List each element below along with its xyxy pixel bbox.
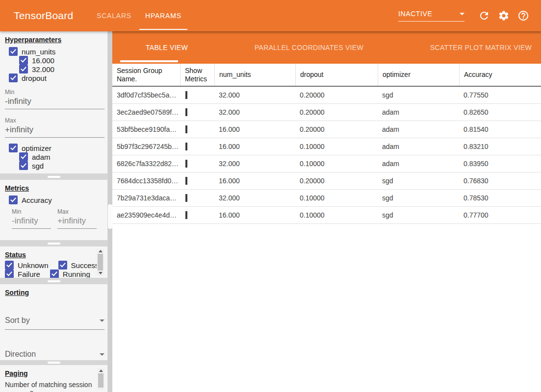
num-units-checkbox[interactable] (9, 47, 18, 56)
sort-by-label: Sort by (5, 316, 30, 325)
tab-table-view[interactable]: TABLE VIEW (112, 31, 221, 64)
optimizer-value-row: adam (15, 152, 104, 161)
optimizer-cell: adam (378, 160, 459, 168)
num-units-label: num_units (22, 48, 55, 56)
tab-scalars[interactable]: SCALARS (90, 0, 138, 31)
status-unknown-checkbox[interactable] (5, 261, 14, 270)
tab-hparams[interactable]: HPARAMS (138, 0, 188, 31)
show-metrics-checkbox[interactable] (185, 194, 187, 202)
optimizer-sgd-label: sgd (32, 162, 44, 170)
pane-resize-handle[interactable] (48, 362, 60, 364)
sidebar-scrollbar[interactable] (108, 31, 112, 392)
refresh-icon (478, 10, 490, 22)
num-units-32-checkbox[interactable] (19, 65, 28, 74)
show-metrics-checkbox[interactable] (185, 108, 187, 116)
optimizer-cell: adam (378, 125, 459, 133)
column-header-num-units[interactable]: num_units (214, 64, 295, 86)
accuracy-cell: 0.81540 (459, 125, 541, 133)
pane-divider (0, 278, 107, 284)
column-header-show-metrics[interactable]: Show Metrics (180, 64, 214, 86)
optimizer-cell: adam (378, 108, 459, 116)
column-header-accuracy[interactable]: Accuracy (459, 64, 541, 86)
session-group-name-cell: 3df0d7cf35bec5a… (112, 91, 180, 99)
settings-button[interactable] (498, 10, 510, 22)
show-metrics-checkbox[interactable] (185, 143, 187, 150)
accuracy-checkbox[interactable] (9, 196, 18, 204)
app-logo: TensorBoard (14, 10, 77, 22)
scrollbar-thumb[interactable] (98, 254, 103, 270)
chevron-down-icon (100, 319, 104, 322)
dropout-cell: 0.10000 (295, 143, 378, 150)
metric-max-input[interactable] (57, 215, 97, 229)
accuracy-cell: 0.77550 (459, 91, 541, 99)
sidebar-scrollbar-thumb[interactable] (108, 204, 112, 229)
dropout-max-label: Max (5, 117, 104, 124)
scroll-up-arrow[interactable] (99, 369, 103, 372)
dropout-cell: 0.20000 (295, 108, 378, 116)
accuracy-cell: 0.76830 (459, 177, 541, 185)
status-running-checkbox[interactable] (50, 270, 59, 278)
refresh-button[interactable] (478, 10, 490, 22)
scroll-up-arrow[interactable] (99, 250, 103, 252)
column-header-optimizer[interactable]: optimizer (378, 64, 459, 86)
num-units-16-checkbox[interactable] (19, 56, 28, 65)
sidebar: Hyperparameters num_units 16.000 32.000 … (0, 31, 107, 392)
metric-min-input[interactable] (12, 215, 51, 229)
optimizer-cell: sgd (378, 194, 459, 202)
optimizer-cell: sgd (378, 91, 459, 99)
status-scrollbar[interactable] (97, 248, 104, 276)
dropout-max-input[interactable] (5, 124, 104, 138)
hparam-optimizer-row: optimizer (5, 144, 104, 152)
sorting-pane: Sorting Sort by Direction (0, 284, 107, 360)
num-units-cell: 16.000 (214, 125, 295, 133)
show-metrics-checkbox[interactable] (185, 91, 187, 99)
pane-resize-handle[interactable] (48, 280, 60, 282)
table-row: 7b29a731e3daca… 32.000 0.10000 sgd 0.785… (112, 190, 541, 207)
dropout-min-input[interactable] (5, 96, 104, 109)
dropout-label: dropout (22, 74, 47, 82)
column-header-dropout[interactable]: dropout (295, 64, 378, 86)
matching-groups-count: Number of matching session groups: 8 (5, 380, 92, 392)
scrollbar-thumb[interactable] (98, 373, 103, 388)
optimizer-checkbox[interactable] (9, 144, 18, 152)
sort-by-dropdown[interactable]: Sort by (5, 316, 104, 330)
status-failure-checkbox[interactable] (5, 270, 14, 278)
table-header: Session Group Name. Show Metrics num_uni… (112, 64, 541, 87)
show-metrics-checkbox[interactable] (185, 177, 187, 185)
metric-min-label: Min (12, 208, 51, 215)
main-content: TABLE VIEW PARALLEL COORDINATES VIEW SCA… (112, 31, 541, 392)
scroll-down-arrow[interactable] (99, 272, 103, 274)
show-metrics-checkbox[interactable] (185, 125, 187, 133)
accuracy-cell: 0.77700 (459, 211, 541, 219)
num-units-cell: 16.000 (214, 211, 295, 219)
status-success-checkbox[interactable] (58, 261, 67, 270)
header-actions: INACTIVE (398, 10, 533, 22)
accuracy-cell: 0.83210 (459, 143, 541, 150)
tab-scatter-plot-matrix-view[interactable]: SCATTER PLOT MATRIX VIEW (397, 31, 541, 64)
help-button[interactable] (517, 10, 529, 22)
num-units-cell: 32.000 (214, 160, 295, 168)
sorting-title: Sorting (5, 287, 104, 300)
optimizer-sgd-checkbox[interactable] (19, 161, 28, 170)
direction-dropdown[interactable]: Direction (5, 350, 104, 360)
optimizer-cell: sgd (378, 177, 459, 185)
tab-parallel-coordinates-view[interactable]: PARALLEL COORDINATES VIEW (221, 31, 397, 64)
paging-scrollbar[interactable] (97, 368, 104, 391)
metric-max-label: Max (57, 208, 97, 215)
show-metrics-checkbox[interactable] (185, 211, 187, 219)
dropout-checkbox[interactable] (9, 74, 18, 82)
hyperparameters-title: Hyperparameters (5, 34, 104, 47)
column-header-session-group-name[interactable]: Session Group Name. (112, 64, 180, 86)
pane-resize-handle[interactable] (48, 176, 60, 178)
help-icon (517, 10, 529, 22)
run-status-selector[interactable]: INACTIVE (398, 10, 464, 22)
optimizer-adam-label: adam (32, 153, 51, 161)
num-units-32-label: 32.000 (32, 65, 54, 74)
optimizer-value-row: sgd (15, 161, 104, 170)
show-metrics-checkbox[interactable] (185, 160, 187, 168)
pane-resize-handle[interactable] (48, 243, 60, 245)
hyperparameters-pane: Hyperparameters num_units 16.000 32.000 … (0, 31, 107, 173)
status-row: Failure Running (5, 270, 104, 278)
num-units-value-row: 16.000 (15, 56, 104, 65)
optimizer-adam-checkbox[interactable] (19, 152, 28, 161)
